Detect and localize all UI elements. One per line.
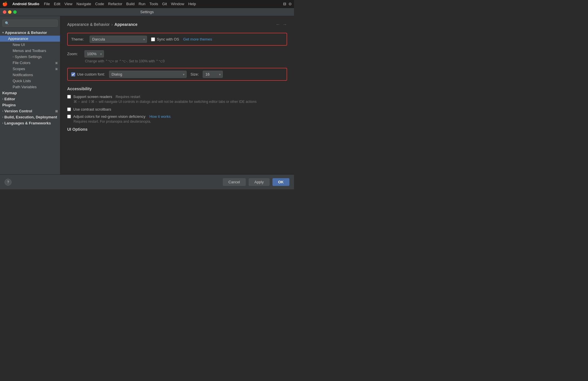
sidebar-item-path-variables[interactable]: Path Variables <box>0 84 60 90</box>
sidebar-item-version-control[interactable]: › Version Control ▣ <box>0 108 60 114</box>
menu-window[interactable]: Window <box>171 2 184 6</box>
search-icon: 🔍 <box>5 21 9 25</box>
theme-select[interactable]: Darcula IntelliJ Light High Contrast <box>90 36 147 43</box>
search-input[interactable] <box>11 21 55 25</box>
sidebar-item-appearance-behavior[interactable]: ▾ Appearance & Behavior <box>0 30 60 36</box>
sidebar-item-label: Menus and Toolbars <box>13 49 46 53</box>
version-control-icon: ▣ <box>55 109 58 113</box>
titlebar: Settings <box>0 8 294 16</box>
sidebar-item-quick-lists[interactable]: Quick Lists <box>0 78 60 84</box>
sidebar-item-label: Version Control <box>4 109 32 113</box>
how-it-works-link[interactable]: How it works <box>149 114 171 119</box>
menu-run[interactable]: Run <box>139 2 146 6</box>
sidebar-item-scopes[interactable]: Scopes ▣ <box>0 66 60 72</box>
sidebar-section-label: Appearance & Behavior <box>5 30 47 35</box>
screen-readers-label: Support screen readers <box>73 95 112 99</box>
sidebar-item-plugins[interactable]: Plugins <box>0 102 60 108</box>
minimize-button[interactable] <box>8 10 11 14</box>
contrast-scrollbars-label: Use contrast scrollbars <box>73 107 111 111</box>
color-deficiency-desc: Requires restart. For protanopia and deu… <box>74 119 287 124</box>
screen-readers-item: Support screen readers Requires restart … <box>67 95 287 104</box>
menu-code[interactable]: Code <box>95 2 104 6</box>
forward-arrow-icon[interactable]: → <box>283 22 287 27</box>
contrast-scrollbars-row: Use contrast scrollbars <box>67 107 287 111</box>
share-icon[interactable]: ⊟ <box>283 2 286 6</box>
theme-select-wrap[interactable]: Darcula IntelliJ Light High Contrast <box>90 36 147 43</box>
chevron-right-icon: › <box>2 109 3 113</box>
contrast-scrollbars-checkbox[interactable] <box>67 107 71 111</box>
sidebar-item-label: Build, Execution, Deployment <box>4 115 57 119</box>
sidebar-item-appearance[interactable]: Appearance <box>0 36 60 42</box>
screen-readers-row: Support screen readers Requires restart <box>67 95 287 99</box>
sidebar-item-new-ui[interactable]: New UI <box>0 42 60 48</box>
sidebar-item-label: Appearance <box>8 36 28 41</box>
sidebar-item-label: Path Variables <box>13 85 37 89</box>
nav-arrows: ← → <box>276 22 287 27</box>
sidebar-item-menus-toolbars[interactable]: Menus and Toolbars <box>0 48 60 54</box>
menu-git[interactable]: Git <box>162 2 167 6</box>
bottom-bar: ? Cancel Apply OK <box>0 174 294 189</box>
apple-menu[interactable]: 🍎 <box>2 1 8 7</box>
get-themes-link[interactable]: Get more themes <box>183 37 212 41</box>
font-select[interactable]: Dialog Arial Helvetica Courier New Monos… <box>109 71 187 78</box>
search-box[interactable]: 🔍 <box>2 20 58 27</box>
zoom-hint: Change with ⌃⌥= or ⌃⌥-. Set to 100% with… <box>85 59 287 63</box>
sidebar-item-label: Scopes <box>13 67 25 71</box>
sidebar-item-build-execution[interactable]: › Build, Execution, Deployment <box>0 114 60 120</box>
menu-edit[interactable]: Edit <box>54 2 60 6</box>
scopes-icon: ▣ <box>55 67 58 70</box>
theme-row: Theme: Darcula IntelliJ Light High Contr… <box>67 33 287 46</box>
dialog-title: Settings <box>140 10 154 14</box>
menu-build[interactable]: Build <box>126 2 135 6</box>
sidebar-item-notifications[interactable]: Notifications <box>0 72 60 78</box>
sidebar-item-file-colors[interactable]: File Colors ▣ <box>0 60 60 66</box>
zoom-select[interactable]: 75% 100% 125% 150% 175% 200% <box>84 50 104 57</box>
zoom-label: Zoom: <box>67 52 82 56</box>
menu-view[interactable]: View <box>64 2 72 6</box>
sidebar-item-label: Keymap <box>2 91 17 95</box>
sync-os-checkbox-label[interactable]: Sync with OS <box>151 37 179 41</box>
chevron-right-icon: › <box>2 97 3 101</box>
chevron-right-icon: › <box>2 116 3 119</box>
sidebar-item-languages-frameworks[interactable]: › Languages & Frameworks <box>0 120 60 126</box>
menu-help[interactable]: Help <box>188 2 196 6</box>
back-arrow-icon[interactable]: ← <box>276 22 280 27</box>
sidebar-item-label: Editor <box>4 97 15 101</box>
color-deficiency-checkbox[interactable] <box>67 115 71 118</box>
screen-readers-checkbox[interactable] <box>67 95 71 99</box>
color-deficiency-row: Adjust colors for red-green vision defic… <box>67 114 287 119</box>
maximize-button[interactable] <box>13 10 17 14</box>
sidebar-item-editor[interactable]: › Editor <box>0 96 60 102</box>
sync-os-checkbox[interactable] <box>151 37 155 41</box>
menu-refactor[interactable]: Refactor <box>108 2 122 6</box>
breadcrumb-current: Appearance <box>115 22 138 27</box>
spotlight-icon[interactable]: ⊙ <box>289 2 292 6</box>
font-select-wrap[interactable]: Dialog Arial Helvetica Courier New Monos… <box>109 71 187 78</box>
menu-navigate[interactable]: Navigate <box>76 2 91 6</box>
menu-tools[interactable]: Tools <box>150 2 158 6</box>
settings-dialog: 🔍 ▾ Appearance & Behavior Appearance New… <box>0 16 294 174</box>
custom-font-checkbox[interactable] <box>71 72 75 76</box>
color-deficiency-label: Adjust colors for red-green vision defic… <box>73 114 145 119</box>
ok-button[interactable]: OK <box>272 178 290 186</box>
sidebar: 🔍 ▾ Appearance & Behavior Appearance New… <box>0 16 60 174</box>
screen-readers-desc: ⌘→ and ⇧⌘→ will navigate UI controls in … <box>74 99 287 104</box>
apply-button[interactable]: Apply <box>249 178 270 186</box>
breadcrumb-chevron: › <box>111 22 113 27</box>
custom-font-checkbox-label[interactable]: Use custom font: <box>71 72 105 76</box>
sidebar-item-keymap[interactable]: Keymap <box>0 90 60 96</box>
help-button[interactable]: ? <box>5 179 11 186</box>
chevron-right-icon: › <box>2 122 3 125</box>
close-button[interactable] <box>3 10 6 14</box>
size-select[interactable]: 10 11 12 13 14 16 18 20 24 <box>203 71 223 78</box>
zoom-row: Zoom: 75% 100% 125% 150% 175% 200% <box>67 50 287 57</box>
cancel-button[interactable]: Cancel <box>223 178 246 186</box>
chevron-right-icon: › <box>13 55 13 58</box>
accessibility-title: Accessibility <box>67 86 287 91</box>
font-row: Use custom font: Dialog Arial Helvetica … <box>67 68 287 81</box>
sidebar-item-system-settings[interactable]: › System Settings <box>0 54 60 60</box>
zoom-select-wrap[interactable]: 75% 100% 125% 150% 175% 200% <box>84 50 104 57</box>
size-select-wrap[interactable]: 10 11 12 13 14 16 18 20 24 <box>203 71 223 78</box>
menu-file[interactable]: File <box>44 2 50 6</box>
sidebar-item-label: Languages & Frameworks <box>4 121 51 125</box>
